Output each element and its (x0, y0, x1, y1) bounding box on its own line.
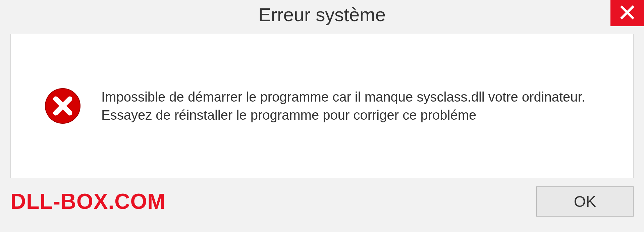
error-icon (44, 88, 81, 124)
close-icon (620, 5, 635, 21)
ok-button[interactable]: OK (536, 186, 634, 217)
error-dialog: Erreur système Impossible de démarrer le… (0, 0, 644, 232)
dialog-title: Erreur système (258, 4, 386, 25)
close-button[interactable] (610, 0, 644, 26)
error-message: Impossible de démarrer le programme car … (101, 88, 606, 124)
title-bar: Erreur système (0, 0, 644, 31)
watermark-text: DLL-BOX.COM (10, 189, 166, 214)
content-area: Impossible de démarrer le programme car … (10, 34, 634, 178)
bottom-bar: DLL-BOX.COM OK (0, 178, 644, 232)
